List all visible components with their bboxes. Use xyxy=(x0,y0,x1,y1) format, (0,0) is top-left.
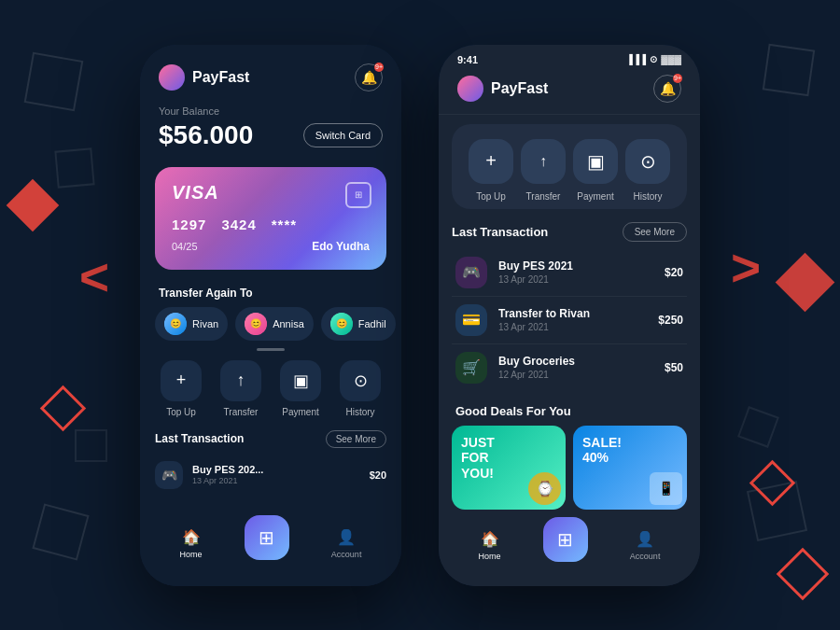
switch-card-button[interactable]: Switch Card xyxy=(303,123,383,147)
right-tx-date-pes: 13 Apr 2021 xyxy=(498,274,653,285)
right-app-name: PayFast xyxy=(491,80,548,97)
deal-tablet-icon: 📱 xyxy=(650,472,682,505)
nav-center-button[interactable]: ⊞ xyxy=(245,515,289,560)
right-phone-inner: 9:41 ▐▐▐ ⊙ ▓▓▓ PayFast 🔔 9+ xyxy=(439,45,700,586)
payment-icon: ▣ xyxy=(280,360,321,401)
action-history[interactable]: ⊙ History xyxy=(334,360,386,417)
right-tx-amount-groceries: $50 xyxy=(665,361,683,374)
avatar-rivan: 😊 xyxy=(164,313,187,335)
deals-row: JUSTFORYOU! ⌚ SALE!40% 📱 xyxy=(439,426,700,510)
notification-bell[interactable]: 🔔 9+ xyxy=(355,63,383,91)
left-bottom-nav: 🏠 Home ⊞ 👤 Account xyxy=(140,506,401,586)
right-tx-rivan: 💳 Transfer to Rivan 13 Apr 2021 $250 xyxy=(452,297,687,344)
action-topup[interactable]: + Top Up xyxy=(155,360,207,417)
action-transfer[interactable]: ↑ Transfer xyxy=(215,360,267,417)
see-more-button[interactable]: See More xyxy=(326,430,386,448)
contact-fadhil[interactable]: 😊 Fadhil xyxy=(321,307,396,341)
right-logo-icon xyxy=(457,76,483,102)
tx-info: Buy PES 202... 13 Apr 2021 xyxy=(192,464,360,485)
right-home-icon: 🏠 xyxy=(480,528,500,549)
topup-label: Top Up xyxy=(166,407,196,417)
tx-icon-game: 🎮 xyxy=(155,461,183,489)
right-topup-label: Top Up xyxy=(476,191,506,202)
right-nav-account[interactable]: 👤 Account xyxy=(630,528,661,561)
contact-annisa[interactable]: 😊 Annisa xyxy=(235,307,314,341)
right-tx-date-rivan: 13 Apr 2021 xyxy=(498,322,647,332)
right-nav-home[interactable]: 🏠 Home xyxy=(479,528,501,561)
card-expiry: 04/25 xyxy=(172,241,198,252)
right-nav-center-button[interactable]: ⊞ xyxy=(543,517,588,562)
right-tx-icon-game: 🎮 xyxy=(455,257,487,288)
right-action-topup[interactable]: + Top Up xyxy=(467,139,515,202)
right-tx-icon-grocery: 🛒 xyxy=(455,352,487,384)
right-tx-name-pes: Buy PES 2021 xyxy=(498,259,653,273)
balance-label: Your Balance xyxy=(159,105,383,117)
phone-right: 9:41 ▐▐▐ ⊙ ▓▓▓ PayFast 🔔 9+ xyxy=(439,45,700,586)
time: 9:41 xyxy=(457,54,478,65)
nav-home[interactable]: 🏠 Home xyxy=(180,526,203,559)
card-holder: Edo Yudha xyxy=(312,240,370,253)
action-payment[interactable]: ▣ Payment xyxy=(274,360,327,417)
last-tx-title: Last Transaction xyxy=(155,432,244,445)
account-icon: 👤 xyxy=(336,526,357,547)
right-see-more-button[interactable]: See More xyxy=(623,222,687,242)
right-notification-bell[interactable]: 🔔 9+ xyxy=(653,75,681,103)
credit-card: VISA ⊞ 1297 3424 **** 04/25 Edo Yudha xyxy=(155,167,386,270)
right-tx-title: Last Transaction xyxy=(452,225,548,239)
right-tx-pes: 🎮 Buy PES 2021 13 Apr 2021 $20 xyxy=(452,249,687,297)
right-action-transfer[interactable]: ↑ Transfer xyxy=(519,139,567,202)
nav-account[interactable]: 👤 Account xyxy=(331,526,362,559)
header-logo: PayFast xyxy=(159,64,249,91)
right-payment-label: Payment xyxy=(577,191,613,202)
deal-card-2[interactable]: SALE!40% 📱 xyxy=(573,426,687,510)
right-tx-groceries: 🛒 Buy Groceries 12 Apr 2021 $50 xyxy=(452,344,687,391)
notification-badge: 9+ xyxy=(374,63,384,72)
deal-text-2: SALE!40% xyxy=(582,435,622,467)
phone-left: PayFast 🔔 9+ Your Balance $56.000 Switch… xyxy=(140,45,401,586)
left-phone-inner: PayFast 🔔 9+ Your Balance $56.000 Switch… xyxy=(140,45,401,586)
right-tx-name-groceries: Buy Groceries xyxy=(498,355,653,368)
right-bottom-nav: 🏠 Home ⊞ 👤 Account xyxy=(439,510,700,586)
contact-name-rivan: Rivan xyxy=(192,318,218,329)
battery-icon: ▓▓▓ xyxy=(661,54,681,64)
good-deals-title: Good Deals For You xyxy=(439,395,700,426)
deal-watch-icon: ⌚ xyxy=(528,472,561,505)
right-tx-amount-rivan: $250 xyxy=(658,314,683,327)
right-header-logo: PayFast xyxy=(457,76,548,102)
status-bar: 9:41 ▐▐▐ ⊙ ▓▓▓ xyxy=(439,45,700,71)
contacts-row: 😊 Rivan 😊 Annisa 😊 Fadhil xyxy=(140,307,401,341)
right-transfer-icon: ↑ xyxy=(521,139,566,184)
transfer-label: Transfer xyxy=(224,407,259,417)
left-header: PayFast 🔔 9+ xyxy=(140,45,401,101)
card-numbers: 1297 3424 **** xyxy=(172,217,370,232)
right-actions-grid: + Top Up ↑ Transfer ▣ Payment ⊙ History xyxy=(452,124,687,209)
right-tx-header: Last Transaction See More xyxy=(452,222,687,242)
card-num-3: **** xyxy=(272,217,297,232)
transfer-section-title: Transfer Again To xyxy=(140,277,401,307)
topup-icon: + xyxy=(161,360,202,401)
home-icon: 🏠 xyxy=(181,526,202,547)
right-tx-date-groceries: 12 Apr 2021 xyxy=(498,370,653,380)
right-tx-info-groceries: Buy Groceries 12 Apr 2021 xyxy=(498,355,653,380)
contact-rivan[interactable]: 😊 Rivan xyxy=(155,307,228,341)
deal-card-1[interactable]: JUSTFORYOU! ⌚ xyxy=(452,426,566,510)
main-wrapper: PayFast 🔔 9+ Your Balance $56.000 Switch… xyxy=(0,0,840,630)
scroll-dot xyxy=(257,348,285,351)
last-tx-header: Last Transaction See More xyxy=(140,423,401,454)
right-tx-name-rivan: Transfer to Rivan xyxy=(498,307,647,320)
payment-label: Payment xyxy=(282,407,318,417)
right-transfer-label: Transfer xyxy=(526,191,561,202)
card-num-1: 1297 xyxy=(172,217,206,232)
right-action-payment[interactable]: ▣ Payment xyxy=(571,139,620,202)
status-icons: ▐▐▐ ⊙ ▓▓▓ xyxy=(626,54,681,64)
transfer-icon: ↑ xyxy=(220,360,261,401)
right-history-label: History xyxy=(633,191,662,202)
right-action-history[interactable]: ⊙ History xyxy=(623,139,672,202)
tx-amount: $20 xyxy=(370,469,386,481)
wifi-icon: ⊙ xyxy=(650,54,657,64)
balance-amount: $56.000 xyxy=(159,120,253,150)
right-tx-amount-pes: $20 xyxy=(665,266,683,279)
right-notif-badge: 9+ xyxy=(673,74,682,83)
right-account-icon: 👤 xyxy=(635,528,655,549)
card-bottom: 04/25 Edo Yudha xyxy=(172,240,370,253)
